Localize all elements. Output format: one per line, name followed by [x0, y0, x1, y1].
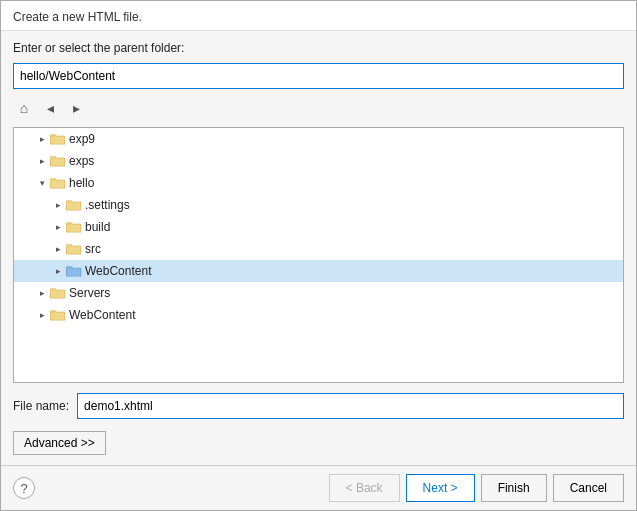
tree-expander[interactable]: ▾ — [34, 175, 50, 191]
dialog-header: Create a new HTML file. — [1, 1, 636, 31]
tree-expander[interactable]: ▸ — [50, 241, 66, 257]
dialog-subtitle: Create a new HTML file. — [13, 10, 142, 24]
svg-rect-26 — [51, 313, 65, 320]
tree-item[interactable]: ▸ WebContent — [14, 260, 623, 282]
folder-icon — [50, 285, 66, 301]
home-icon: ⌂ — [20, 100, 28, 116]
tree-expander[interactable]: ▸ — [34, 285, 50, 301]
svg-rect-23 — [51, 291, 65, 298]
folder-icon — [66, 241, 82, 257]
advanced-button[interactable]: Advanced >> — [13, 431, 106, 455]
finish-button[interactable]: Finish — [481, 474, 547, 502]
tree-item[interactable]: ▸ WebContent — [14, 304, 623, 326]
tree-item[interactable]: ▸ .settings — [14, 194, 623, 216]
folder-icon — [50, 307, 66, 323]
folder-icon — [66, 197, 82, 213]
cancel-button[interactable]: Cancel — [553, 474, 624, 502]
tree-expander[interactable]: ▸ — [50, 219, 66, 235]
help-icon: ? — [20, 481, 27, 496]
folder-icon — [66, 263, 82, 279]
dialog-footer: ? < Back Next > Finish Cancel — [1, 465, 636, 510]
tree-item[interactable]: ▸ exps — [14, 150, 623, 172]
dialog-body: Enter or select the parent folder: ⌂ ◂ ▸… — [1, 31, 636, 465]
filename-row: File name: — [13, 393, 624, 419]
filename-label: File name: — [13, 399, 69, 413]
tree-item[interactable]: ▸ exp9 — [14, 128, 623, 150]
tree-item[interactable]: ▾ hello — [14, 172, 623, 194]
svg-rect-14 — [67, 225, 81, 232]
svg-rect-17 — [67, 247, 81, 254]
back-nav-button[interactable]: < Back — [329, 474, 400, 502]
forward-icon: ▸ — [73, 100, 80, 116]
folder-icon — [66, 219, 82, 235]
svg-rect-5 — [51, 159, 65, 166]
tree-item-label: src — [85, 242, 101, 256]
help-button[interactable]: ? — [13, 477, 35, 499]
svg-rect-8 — [51, 181, 65, 188]
back-icon: ◂ — [47, 100, 54, 116]
folder-toolbar: ⌂ ◂ ▸ — [13, 95, 624, 121]
forward-button[interactable]: ▸ — [65, 97, 87, 119]
filename-input[interactable] — [77, 393, 624, 419]
folder-label: Enter or select the parent folder: — [13, 41, 624, 55]
tree-item-label: hello — [69, 176, 94, 190]
svg-rect-20 — [67, 269, 81, 276]
tree-item-label: WebContent — [85, 264, 152, 278]
tree-item[interactable]: ▸ build — [14, 216, 623, 238]
home-button[interactable]: ⌂ — [13, 97, 35, 119]
tree-expander[interactable]: ▸ — [34, 307, 50, 323]
tree-item-label: Servers — [69, 286, 110, 300]
tree-item[interactable]: ▸ src — [14, 238, 623, 260]
tree-expander[interactable]: ▸ — [34, 131, 50, 147]
folder-icon — [50, 131, 66, 147]
tree-item-label: build — [85, 220, 110, 234]
tree-item-label: exp9 — [69, 132, 95, 146]
tree-expander[interactable]: ▸ — [50, 197, 66, 213]
svg-rect-2 — [51, 137, 65, 144]
folder-icon — [50, 175, 66, 191]
svg-rect-11 — [67, 203, 81, 210]
folder-tree[interactable]: ▸ exp9▸ exps▾ hello▸ .settings▸ build▸ s… — [13, 127, 624, 383]
next-button[interactable]: Next > — [406, 474, 475, 502]
folder-input[interactable] — [13, 63, 624, 89]
tree-item-label: WebContent — [69, 308, 136, 322]
tree-item-label: .settings — [85, 198, 130, 212]
tree-item[interactable]: ▸ Servers — [14, 282, 623, 304]
new-html-file-dialog: Create a new HTML file. Enter or select … — [0, 0, 637, 511]
back-button[interactable]: ◂ — [39, 97, 61, 119]
tree-expander[interactable]: ▸ — [50, 263, 66, 279]
folder-icon — [50, 153, 66, 169]
tree-expander[interactable]: ▸ — [34, 153, 50, 169]
tree-item-label: exps — [69, 154, 94, 168]
